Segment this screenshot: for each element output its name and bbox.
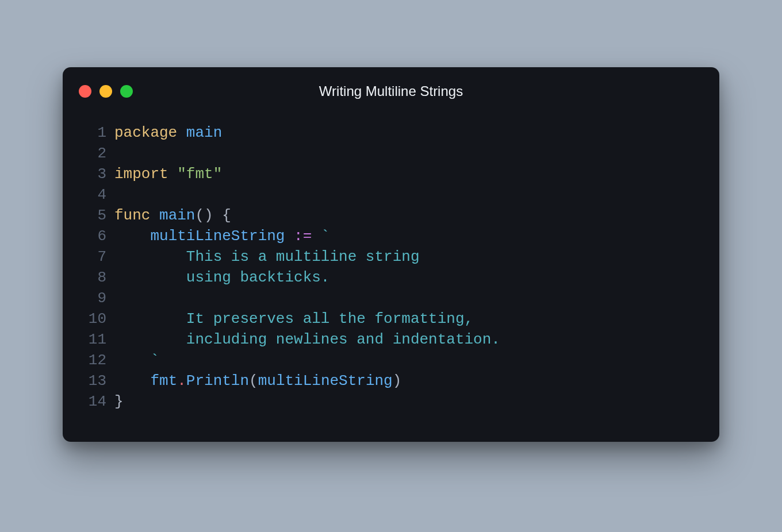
code-line: 7 This is a multiline string (79, 246, 703, 267)
token: multiLineString (150, 228, 285, 245)
line-number: 7 (79, 246, 106, 267)
titlebar: Writing Multiline Strings (79, 83, 703, 99)
code-line: 13 fmt.Println(multiLineString) (79, 371, 703, 391)
code-line: 8 using backticks. (79, 267, 703, 288)
line-number: 8 (79, 267, 106, 288)
token: func (114, 207, 150, 224)
code-line: 6 multiLineString := ` (79, 226, 703, 246)
token: . (177, 372, 186, 390)
code-content: fmt.Println(multiLineString) (106, 371, 401, 391)
code-line: 12 ` (79, 350, 703, 371)
code-line: 5func main() { (79, 205, 703, 226)
code-content: import "fmt" (106, 164, 222, 184)
line-number: 14 (79, 391, 106, 412)
token: ` (114, 352, 159, 369)
token: fmt (150, 372, 177, 390)
code-line: 3import "fmt" (79, 164, 703, 184)
line-number: 6 (79, 226, 106, 246)
code-line: 11 including newlines and indentation. (79, 329, 703, 350)
token: main (159, 207, 195, 224)
code-line: 9 (79, 288, 703, 309)
line-number: 3 (79, 164, 106, 184)
code-content (106, 143, 124, 164)
token: including newlines and indentation. (114, 331, 500, 348)
token: } (114, 393, 124, 410)
token: multiLineString (258, 372, 393, 390)
code-content (106, 184, 124, 205)
token (312, 228, 321, 245)
code-content: func main() { (106, 205, 231, 226)
token (177, 124, 186, 141)
line-number: 10 (79, 309, 106, 329)
token: Println (186, 372, 249, 390)
token: () { (195, 207, 231, 224)
code-content: including newlines and indentation. (106, 329, 500, 350)
token: "fmt" (177, 165, 222, 183)
code-editor: 1package main2 3import "fmt"4 5func main… (79, 122, 703, 412)
minimize-icon[interactable] (99, 85, 112, 98)
code-content: It preserves all the formatting, (106, 309, 473, 329)
token (114, 372, 150, 390)
code-line: 1package main (79, 122, 703, 143)
code-content: } (106, 391, 124, 412)
token: It preserves all the formatting, (114, 310, 473, 327)
line-number: 2 (79, 143, 106, 164)
token (168, 165, 178, 183)
code-content: ` (106, 350, 159, 371)
token: using backticks. (114, 269, 329, 286)
code-content: using backticks. (106, 267, 329, 288)
line-number: 13 (79, 371, 106, 391)
code-content: multiLineString := ` (106, 226, 330, 246)
code-line: 10 It preserves all the formatting, (79, 309, 703, 329)
token: ` (321, 228, 330, 245)
zoom-icon[interactable] (120, 85, 133, 98)
token: import (114, 165, 168, 183)
token (150, 207, 159, 224)
line-number: 12 (79, 350, 106, 371)
token: main (186, 124, 222, 141)
code-content (106, 288, 124, 309)
code-line: 2 (79, 143, 703, 164)
line-number: 9 (79, 288, 106, 309)
traffic-lights (79, 85, 133, 98)
line-number: 4 (79, 184, 106, 205)
code-line: 14} (79, 391, 703, 412)
token (285, 228, 294, 245)
line-number: 11 (79, 329, 106, 350)
token (114, 228, 150, 245)
code-line: 4 (79, 184, 703, 205)
token: package (114, 124, 177, 141)
token: := (294, 228, 312, 245)
code-content: This is a multiline string (106, 246, 420, 267)
token: ) (393, 372, 402, 390)
token: This is a multiline string (114, 248, 420, 265)
line-number: 5 (79, 205, 106, 226)
code-content: package main (106, 122, 222, 143)
line-number: 1 (79, 122, 106, 143)
window-title: Writing Multiline Strings (79, 83, 703, 99)
code-window: Writing Multiline Strings 1package main2… (63, 67, 719, 442)
token: ( (249, 372, 258, 390)
close-icon[interactable] (79, 85, 91, 98)
